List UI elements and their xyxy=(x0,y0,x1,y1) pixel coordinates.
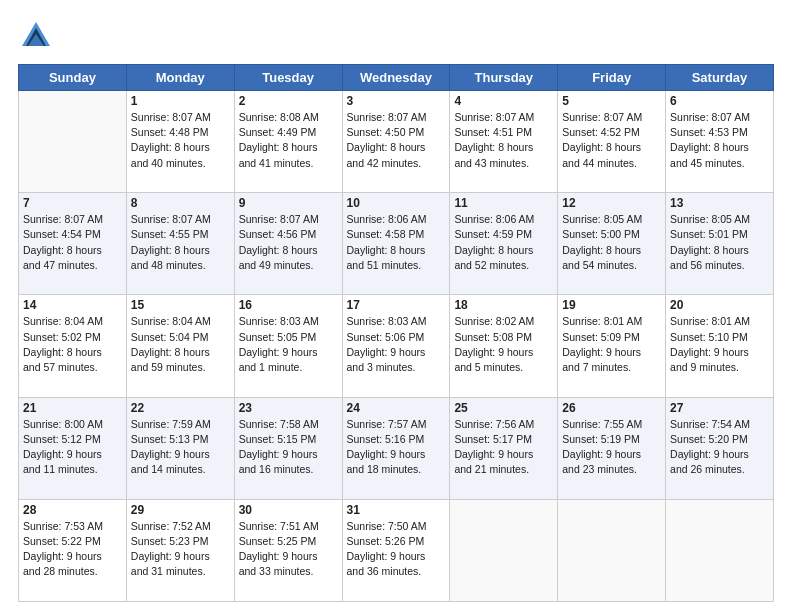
day-number: 18 xyxy=(454,298,553,312)
weekday-header-row: SundayMondayTuesdayWednesdayThursdayFrid… xyxy=(19,65,774,91)
day-number: 2 xyxy=(239,94,338,108)
calendar-cell: 1Sunrise: 8:07 AM Sunset: 4:48 PM Daylig… xyxy=(126,91,234,193)
day-info: Sunrise: 8:07 AM Sunset: 4:50 PM Dayligh… xyxy=(347,110,446,171)
logo xyxy=(18,18,60,54)
day-number: 24 xyxy=(347,401,446,415)
weekday-monday: Monday xyxy=(126,65,234,91)
calendar-cell xyxy=(19,91,127,193)
calendar-cell xyxy=(666,499,774,601)
calendar-cell: 25Sunrise: 7:56 AM Sunset: 5:17 PM Dayli… xyxy=(450,397,558,499)
day-info: Sunrise: 8:00 AM Sunset: 5:12 PM Dayligh… xyxy=(23,417,122,478)
day-info: Sunrise: 8:03 AM Sunset: 5:06 PM Dayligh… xyxy=(347,314,446,375)
day-info: Sunrise: 8:07 AM Sunset: 4:55 PM Dayligh… xyxy=(131,212,230,273)
calendar-cell: 19Sunrise: 8:01 AM Sunset: 5:09 PM Dayli… xyxy=(558,295,666,397)
day-info: Sunrise: 7:58 AM Sunset: 5:15 PM Dayligh… xyxy=(239,417,338,478)
day-number: 17 xyxy=(347,298,446,312)
day-number: 29 xyxy=(131,503,230,517)
logo-icon xyxy=(18,18,54,54)
calendar-cell: 28Sunrise: 7:53 AM Sunset: 5:22 PM Dayli… xyxy=(19,499,127,601)
day-info: Sunrise: 8:07 AM Sunset: 4:54 PM Dayligh… xyxy=(23,212,122,273)
calendar-cell: 10Sunrise: 8:06 AM Sunset: 4:58 PM Dayli… xyxy=(342,193,450,295)
day-info: Sunrise: 7:53 AM Sunset: 5:22 PM Dayligh… xyxy=(23,519,122,580)
calendar-cell: 5Sunrise: 8:07 AM Sunset: 4:52 PM Daylig… xyxy=(558,91,666,193)
day-number: 31 xyxy=(347,503,446,517)
calendar-cell: 7Sunrise: 8:07 AM Sunset: 4:54 PM Daylig… xyxy=(19,193,127,295)
calendar-cell xyxy=(450,499,558,601)
day-info: Sunrise: 8:06 AM Sunset: 4:59 PM Dayligh… xyxy=(454,212,553,273)
day-number: 19 xyxy=(562,298,661,312)
calendar-cell: 12Sunrise: 8:05 AM Sunset: 5:00 PM Dayli… xyxy=(558,193,666,295)
weekday-thursday: Thursday xyxy=(450,65,558,91)
calendar-cell: 27Sunrise: 7:54 AM Sunset: 5:20 PM Dayli… xyxy=(666,397,774,499)
calendar-cell xyxy=(558,499,666,601)
calendar-cell: 18Sunrise: 8:02 AM Sunset: 5:08 PM Dayli… xyxy=(450,295,558,397)
calendar-cell: 2Sunrise: 8:08 AM Sunset: 4:49 PM Daylig… xyxy=(234,91,342,193)
day-info: Sunrise: 8:04 AM Sunset: 5:02 PM Dayligh… xyxy=(23,314,122,375)
calendar-cell: 29Sunrise: 7:52 AM Sunset: 5:23 PM Dayli… xyxy=(126,499,234,601)
day-number: 3 xyxy=(347,94,446,108)
calendar-cell: 3Sunrise: 8:07 AM Sunset: 4:50 PM Daylig… xyxy=(342,91,450,193)
day-number: 5 xyxy=(562,94,661,108)
week-row-4: 21Sunrise: 8:00 AM Sunset: 5:12 PM Dayli… xyxy=(19,397,774,499)
week-row-3: 14Sunrise: 8:04 AM Sunset: 5:02 PM Dayli… xyxy=(19,295,774,397)
calendar-cell: 11Sunrise: 8:06 AM Sunset: 4:59 PM Dayli… xyxy=(450,193,558,295)
day-info: Sunrise: 7:52 AM Sunset: 5:23 PM Dayligh… xyxy=(131,519,230,580)
calendar-cell: 14Sunrise: 8:04 AM Sunset: 5:02 PM Dayli… xyxy=(19,295,127,397)
calendar-cell: 4Sunrise: 8:07 AM Sunset: 4:51 PM Daylig… xyxy=(450,91,558,193)
day-info: Sunrise: 8:07 AM Sunset: 4:52 PM Dayligh… xyxy=(562,110,661,171)
day-number: 9 xyxy=(239,196,338,210)
day-number: 6 xyxy=(670,94,769,108)
day-number: 7 xyxy=(23,196,122,210)
day-number: 13 xyxy=(670,196,769,210)
day-info: Sunrise: 7:56 AM Sunset: 5:17 PM Dayligh… xyxy=(454,417,553,478)
day-number: 14 xyxy=(23,298,122,312)
weekday-wednesday: Wednesday xyxy=(342,65,450,91)
day-info: Sunrise: 8:01 AM Sunset: 5:10 PM Dayligh… xyxy=(670,314,769,375)
day-number: 26 xyxy=(562,401,661,415)
calendar-cell: 26Sunrise: 7:55 AM Sunset: 5:19 PM Dayli… xyxy=(558,397,666,499)
day-info: Sunrise: 8:06 AM Sunset: 4:58 PM Dayligh… xyxy=(347,212,446,273)
day-info: Sunrise: 7:57 AM Sunset: 5:16 PM Dayligh… xyxy=(347,417,446,478)
day-info: Sunrise: 7:54 AM Sunset: 5:20 PM Dayligh… xyxy=(670,417,769,478)
day-info: Sunrise: 8:07 AM Sunset: 4:51 PM Dayligh… xyxy=(454,110,553,171)
day-number: 1 xyxy=(131,94,230,108)
weekday-sunday: Sunday xyxy=(19,65,127,91)
day-number: 12 xyxy=(562,196,661,210)
day-number: 25 xyxy=(454,401,553,415)
calendar-cell: 21Sunrise: 8:00 AM Sunset: 5:12 PM Dayli… xyxy=(19,397,127,499)
calendar-cell: 9Sunrise: 8:07 AM Sunset: 4:56 PM Daylig… xyxy=(234,193,342,295)
day-info: Sunrise: 7:51 AM Sunset: 5:25 PM Dayligh… xyxy=(239,519,338,580)
page: SundayMondayTuesdayWednesdayThursdayFrid… xyxy=(0,0,792,612)
calendar-table: SundayMondayTuesdayWednesdayThursdayFrid… xyxy=(18,64,774,602)
calendar-cell: 20Sunrise: 8:01 AM Sunset: 5:10 PM Dayli… xyxy=(666,295,774,397)
calendar-cell: 17Sunrise: 8:03 AM Sunset: 5:06 PM Dayli… xyxy=(342,295,450,397)
day-number: 28 xyxy=(23,503,122,517)
day-number: 20 xyxy=(670,298,769,312)
day-number: 22 xyxy=(131,401,230,415)
calendar-cell: 30Sunrise: 7:51 AM Sunset: 5:25 PM Dayli… xyxy=(234,499,342,601)
day-number: 8 xyxy=(131,196,230,210)
day-info: Sunrise: 8:07 AM Sunset: 4:56 PM Dayligh… xyxy=(239,212,338,273)
week-row-5: 28Sunrise: 7:53 AM Sunset: 5:22 PM Dayli… xyxy=(19,499,774,601)
day-info: Sunrise: 8:05 AM Sunset: 5:01 PM Dayligh… xyxy=(670,212,769,273)
day-number: 23 xyxy=(239,401,338,415)
weekday-friday: Friday xyxy=(558,65,666,91)
day-info: Sunrise: 8:04 AM Sunset: 5:04 PM Dayligh… xyxy=(131,314,230,375)
day-info: Sunrise: 8:05 AM Sunset: 5:00 PM Dayligh… xyxy=(562,212,661,273)
day-number: 27 xyxy=(670,401,769,415)
header xyxy=(18,18,774,54)
day-number: 15 xyxy=(131,298,230,312)
calendar-cell: 8Sunrise: 8:07 AM Sunset: 4:55 PM Daylig… xyxy=(126,193,234,295)
weekday-tuesday: Tuesday xyxy=(234,65,342,91)
day-info: Sunrise: 8:07 AM Sunset: 4:48 PM Dayligh… xyxy=(131,110,230,171)
day-number: 16 xyxy=(239,298,338,312)
day-info: Sunrise: 8:08 AM Sunset: 4:49 PM Dayligh… xyxy=(239,110,338,171)
day-number: 10 xyxy=(347,196,446,210)
calendar-cell: 31Sunrise: 7:50 AM Sunset: 5:26 PM Dayli… xyxy=(342,499,450,601)
weekday-saturday: Saturday xyxy=(666,65,774,91)
day-info: Sunrise: 8:02 AM Sunset: 5:08 PM Dayligh… xyxy=(454,314,553,375)
day-info: Sunrise: 8:01 AM Sunset: 5:09 PM Dayligh… xyxy=(562,314,661,375)
day-number: 30 xyxy=(239,503,338,517)
day-number: 11 xyxy=(454,196,553,210)
calendar-cell: 22Sunrise: 7:59 AM Sunset: 5:13 PM Dayli… xyxy=(126,397,234,499)
